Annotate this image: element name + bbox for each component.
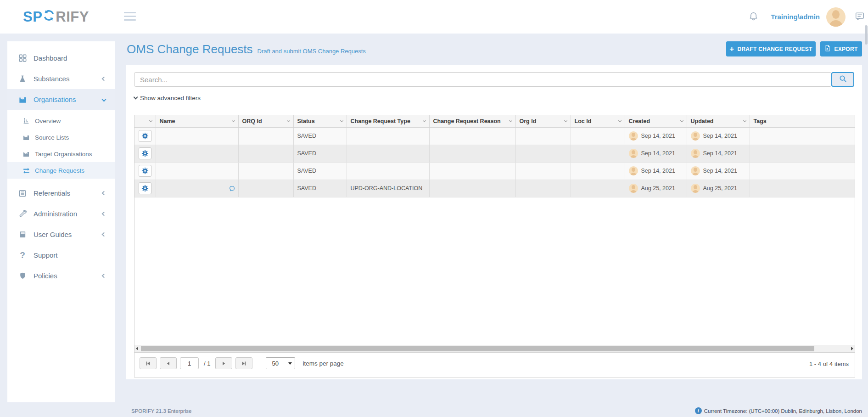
- cell-name: [156, 127, 238, 145]
- app-logo: SP RIFY: [23, 0, 89, 34]
- sidebar-item-organisations[interactable]: Organisations: [7, 89, 115, 110]
- row-actions-button[interactable]: [139, 182, 151, 194]
- sidebar-item-source-lists[interactable]: Source Lists: [7, 129, 115, 146]
- row-actions-button[interactable]: [139, 130, 151, 142]
- cell-updated: Sep 14, 2021: [687, 145, 750, 162]
- row-actions-button[interactable]: [139, 147, 151, 159]
- sidebar-item-user-guides[interactable]: User Guides: [7, 224, 115, 245]
- page-size-select[interactable]: 50: [266, 357, 295, 369]
- search-input[interactable]: [134, 72, 832, 87]
- column-menu-icon[interactable]: [509, 119, 512, 122]
- sidebar-item-substances[interactable]: Substances: [7, 68, 115, 89]
- cell-org-id: [515, 180, 571, 197]
- cell-tags: [750, 180, 855, 197]
- column-menu-icon[interactable]: [422, 119, 426, 122]
- user-menu[interactable]: Training\admin: [771, 13, 820, 21]
- menu-toggle-icon[interactable]: [124, 12, 136, 23]
- dashboard-icon: [17, 54, 28, 62]
- table-row: SAVED Sep 14, 2021 Sep 14, 2021: [134, 162, 855, 180]
- column-header-status[interactable]: Status: [293, 115, 347, 127]
- cell-type: [347, 127, 429, 145]
- page-subtitle: Draft and submit OMS Change Requests: [258, 48, 366, 55]
- last-page-button[interactable]: [235, 357, 252, 369]
- column-header-created[interactable]: Created: [625, 115, 687, 127]
- column-menu-icon[interactable]: [340, 119, 343, 122]
- export-button[interactable]: EXPORT: [820, 41, 862, 56]
- shield-icon: [17, 272, 28, 280]
- sidebar-item-label: Substances: [34, 75, 69, 83]
- chevron-left-icon: [102, 232, 106, 237]
- column-menu-icon[interactable]: [564, 119, 567, 122]
- browser-scrollbar-thumb[interactable]: [865, 25, 868, 45]
- scroll-left-arrow-icon[interactable]: [136, 347, 138, 350]
- column-menu-icon[interactable]: [743, 119, 746, 122]
- column-menu-icon[interactable]: [231, 119, 235, 122]
- column-menu-icon[interactable]: [149, 119, 152, 122]
- cell-type: UPD-ORG-AND-LOCATION: [347, 180, 429, 197]
- plus-icon: +: [729, 45, 734, 53]
- cell-tags: [750, 162, 855, 180]
- sidebar-item-dashboard[interactable]: Dashboard: [7, 48, 115, 68]
- sidebar-item-administration[interactable]: Administration: [7, 203, 115, 224]
- sidebar-item-label: Target Organisations: [35, 151, 92, 158]
- sidebar-item-label: Policies: [34, 272, 57, 280]
- cell-status: SAVED: [293, 180, 347, 197]
- sidebar-item-label: Referentials: [34, 189, 70, 197]
- column-header-tags[interactable]: Tags: [750, 115, 855, 127]
- column-header-updated[interactable]: Updated: [687, 115, 750, 127]
- sidebar-item-overview[interactable]: Overview: [7, 113, 115, 129]
- column-menu-icon[interactable]: [680, 119, 683, 122]
- organisations-submenu: Overview Source Lists Target Organisatio…: [7, 113, 115, 179]
- cell-orq-id: [238, 145, 293, 162]
- sidebar-item-policies[interactable]: Policies: [7, 265, 115, 286]
- sidebar-item-support[interactable]: ? Support: [7, 245, 115, 265]
- timezone-label: Current Timezone: (UTC+00:00) Dublin, Ed…: [704, 408, 862, 414]
- scroll-right-arrow-icon[interactable]: [851, 347, 853, 350]
- grid-pager: / 1 50 items per page 1 - 4: [134, 352, 855, 377]
- chevron-down-icon: [134, 95, 138, 100]
- user-avatar: [629, 166, 638, 175]
- cell-reason: [429, 162, 515, 180]
- cell-updated: Aug 25, 2021: [687, 180, 750, 197]
- notifications-bell-icon[interactable]: [748, 11, 759, 23]
- scrollbar-thumb[interactable]: [141, 346, 814, 351]
- sidebar-item-target-organisations[interactable]: Target Organisations: [7, 146, 115, 162]
- cell-loc-id: [571, 145, 625, 162]
- column-header-change-request-type[interactable]: Change Request Type: [347, 115, 429, 127]
- first-page-button[interactable]: [140, 357, 157, 369]
- info-icon[interactable]: i: [695, 407, 702, 414]
- search-button[interactable]: [831, 72, 854, 87]
- column-header-loc-id[interactable]: Loc Id: [571, 115, 625, 127]
- table-row: SAVED Sep 14, 2021 Sep 14, 2021: [134, 145, 855, 162]
- grid-horizontal-scrollbar[interactable]: [134, 345, 855, 352]
- sidebar-item-change-requests[interactable]: Change Requests: [7, 162, 115, 179]
- previous-page-button[interactable]: [160, 357, 177, 369]
- cell-reason: [429, 127, 515, 145]
- page-count-label: / 1: [204, 360, 210, 367]
- cell-orq-id: [238, 162, 293, 180]
- column-menu-icon[interactable]: [618, 119, 621, 122]
- draft-change-request-button[interactable]: + DRAFT CHANGE REQUEST: [726, 41, 816, 56]
- book-icon: [17, 231, 28, 238]
- next-page-button[interactable]: [215, 357, 232, 369]
- comment-bubble-icon[interactable]: [229, 185, 235, 193]
- chevron-left-icon: [102, 191, 106, 196]
- column-header-orq-id[interactable]: ORQ Id: [238, 115, 293, 127]
- cell-tags: [750, 145, 855, 162]
- show-advanced-filters-toggle[interactable]: Show advanced filters: [134, 95, 201, 101]
- user-avatar[interactable]: [826, 7, 846, 27]
- column-header-change-request-reason[interactable]: Change Request Reason: [429, 115, 515, 127]
- cell-tags: [750, 127, 855, 145]
- page-number-input[interactable]: [180, 357, 199, 369]
- column-menu-icon[interactable]: [286, 119, 290, 122]
- cell-loc-id: [571, 162, 625, 180]
- chevron-left-icon: [102, 77, 106, 81]
- cell-created: Sep 14, 2021: [625, 127, 687, 145]
- feedback-chat-icon[interactable]: [855, 11, 865, 23]
- sidebar-item-referentials[interactable]: Referentials: [7, 183, 115, 203]
- column-header-org-id[interactable]: Org Id: [515, 115, 571, 127]
- row-actions-button[interactable]: [139, 165, 151, 177]
- cell-reason: [429, 145, 515, 162]
- column-header-name[interactable]: Name: [156, 115, 238, 127]
- column-menu-cell: [134, 115, 156, 127]
